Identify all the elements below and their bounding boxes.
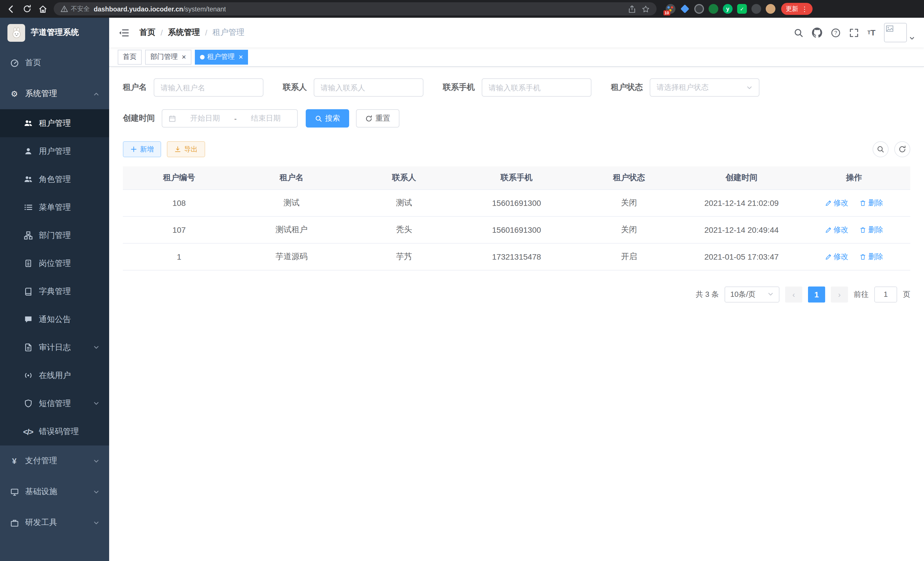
cell-contact: 秃头 bbox=[348, 216, 460, 243]
edit-link[interactable]: 修改 bbox=[825, 198, 848, 208]
extension-monkey-icon[interactable] bbox=[766, 4, 776, 14]
page-unit-label: 页 bbox=[903, 289, 910, 299]
sidebar-item-home[interactable]: 首页 bbox=[0, 47, 109, 78]
filter-phone: 联系手机 bbox=[443, 78, 591, 97]
edit-link[interactable]: 修改 bbox=[825, 224, 848, 235]
phone-input[interactable] bbox=[482, 78, 591, 97]
tab-home[interactable]: 首页 bbox=[118, 50, 142, 64]
gear-icon: ⚙ bbox=[10, 89, 19, 98]
back-icon[interactable] bbox=[6, 4, 16, 14]
close-icon[interactable]: × bbox=[238, 53, 243, 61]
user-avatar-menu[interactable] bbox=[884, 23, 915, 42]
extension-y-icon[interactable]: y bbox=[723, 4, 733, 14]
address-bar[interactable]: 不安全 dashboard.yudao.iocoder.cn/system/te… bbox=[54, 2, 657, 15]
hide-search-icon[interactable] bbox=[873, 141, 889, 157]
sidebar-item-payment[interactable]: ¥ 支付管理 bbox=[0, 445, 109, 476]
bookmark-star-icon[interactable] bbox=[642, 5, 650, 13]
extension-chat-icon[interactable]: ✓ bbox=[737, 4, 747, 14]
calendar-icon bbox=[169, 115, 176, 122]
breadcrumb-system[interactable]: 系统管理 bbox=[168, 27, 200, 38]
tab-tenant[interactable]: 租户管理 × bbox=[195, 50, 248, 64]
table-header-row: 租户编号 租户名 联系人 联系手机 租户状态 创建时间 操作 bbox=[123, 166, 910, 189]
sidebar-fold-icon[interactable] bbox=[118, 27, 129, 38]
sidebar-item-online-users[interactable]: 在线用户 bbox=[0, 361, 109, 390]
extension-puzzle-icon[interactable] bbox=[752, 4, 761, 14]
home-icon[interactable] bbox=[38, 4, 48, 14]
edit-link[interactable]: 修改 bbox=[825, 251, 848, 262]
sidebar-logo[interactable]: 芋道管理系统 bbox=[0, 18, 109, 47]
sidebar-item-dict[interactable]: 字典管理 bbox=[0, 277, 109, 305]
sidebar-item-label: 支付管理 bbox=[25, 456, 57, 466]
export-button[interactable]: 导出 bbox=[167, 141, 205, 157]
tab-departments[interactable]: 部门管理 × bbox=[145, 50, 191, 64]
sidebar-item-sms[interactable]: 短信管理 bbox=[0, 390, 109, 417]
column-header: 租户状态 bbox=[573, 166, 686, 189]
contact-input-field[interactable] bbox=[321, 83, 417, 92]
chevron-down-icon bbox=[93, 489, 99, 495]
status-select[interactable]: 请选择租户状态 bbox=[650, 78, 759, 97]
chevron-up-icon bbox=[93, 91, 99, 97]
delete-link[interactable]: 删除 bbox=[860, 224, 883, 235]
sidebar-item-notice[interactable]: 通知公告 bbox=[0, 305, 109, 333]
contact-input[interactable] bbox=[314, 78, 423, 97]
fullscreen-icon[interactable] bbox=[849, 28, 859, 38]
sidebar-item-menus[interactable]: 菜单管理 bbox=[0, 193, 109, 221]
browser-update-button[interactable]: 更新 ⋮ bbox=[781, 3, 813, 15]
cell-tenant-id: 107 bbox=[123, 216, 236, 243]
active-dot bbox=[200, 55, 204, 59]
search-icon[interactable] bbox=[794, 28, 803, 38]
close-icon[interactable]: × bbox=[182, 53, 186, 61]
prev-page-button[interactable]: ‹ bbox=[785, 286, 802, 302]
reset-button[interactable]: 重置 bbox=[356, 109, 399, 128]
security-warning[interactable]: 不安全 bbox=[61, 5, 90, 13]
delete-link[interactable]: 删除 bbox=[860, 251, 883, 262]
menu-list-icon bbox=[23, 203, 33, 212]
date-range-picker[interactable]: 开始日期 - 结束日期 bbox=[162, 109, 298, 128]
sidebar-item-departments[interactable]: 部门管理 bbox=[0, 221, 109, 249]
next-page-button[interactable]: › bbox=[831, 286, 848, 302]
goto-page-input[interactable] bbox=[874, 286, 897, 302]
cell-actions: 修改 删除 bbox=[798, 216, 910, 243]
sidebar-item-posts[interactable]: 岗位管理 bbox=[0, 249, 109, 277]
search-button[interactable]: 搜索 bbox=[306, 109, 349, 128]
extension-diamond-icon[interactable] bbox=[680, 4, 690, 14]
table-row: 107 测试租户 秃头 15601691300 关闭 2021-12-14 20… bbox=[123, 216, 910, 243]
tenant-name-input-field[interactable] bbox=[160, 83, 256, 92]
github-icon[interactable] bbox=[812, 27, 822, 38]
update-label: 更新 bbox=[786, 5, 798, 13]
help-icon[interactable]: ? bbox=[831, 28, 841, 38]
rabbit-logo bbox=[8, 24, 25, 41]
sidebar-item-error-codes[interactable]: </> 错误码管理 bbox=[0, 417, 109, 445]
share-icon[interactable] bbox=[628, 5, 636, 13]
breadcrumb-current: 租户管理 bbox=[213, 27, 244, 38]
extension-green-icon[interactable] bbox=[709, 4, 718, 14]
phone-input-field[interactable] bbox=[489, 83, 585, 92]
extension-tabs-icon[interactable]: 10 bbox=[666, 4, 675, 14]
tab-label: 首页 bbox=[123, 52, 136, 62]
refresh-table-icon[interactable] bbox=[894, 141, 910, 157]
sidebar-item-infrastructure[interactable]: 基础设施 bbox=[0, 476, 109, 507]
avatar[interactable] bbox=[884, 23, 907, 42]
kebab-menu-icon[interactable]: ⋮ bbox=[801, 5, 808, 13]
sidebar-item-system[interactable]: ⚙ 系统管理 bbox=[0, 78, 109, 109]
page-size-select[interactable]: 10条/页 bbox=[724, 286, 779, 302]
cell-tenant-id: 1 bbox=[123, 243, 236, 270]
sidebar-item-dev-tools[interactable]: 研发工具 bbox=[0, 507, 109, 538]
edit-label: 修改 bbox=[833, 251, 848, 262]
page-number-button[interactable]: 1 bbox=[808, 286, 825, 302]
sidebar-item-tenant[interactable]: 租户管理 bbox=[0, 109, 109, 137]
sidebar-item-roles[interactable]: 角色管理 bbox=[0, 165, 109, 193]
add-button[interactable]: 新增 bbox=[123, 141, 161, 157]
font-size-icon[interactable]: TT bbox=[867, 28, 875, 37]
shield-icon bbox=[23, 399, 33, 408]
sidebar-item-audit-log[interactable]: 审计日志 bbox=[0, 333, 109, 361]
date-start-placeholder: 开始日期 bbox=[180, 113, 230, 123]
sidebar-item-users[interactable]: 用户管理 bbox=[0, 137, 109, 165]
tenant-name-input[interactable] bbox=[154, 78, 263, 97]
extension-ring-icon[interactable] bbox=[694, 4, 704, 14]
signal-icon bbox=[23, 371, 33, 380]
delete-link[interactable]: 删除 bbox=[860, 198, 883, 208]
breadcrumb-home[interactable]: 首页 bbox=[140, 27, 155, 38]
edit-icon bbox=[825, 226, 832, 233]
refresh-icon[interactable] bbox=[22, 4, 32, 14]
